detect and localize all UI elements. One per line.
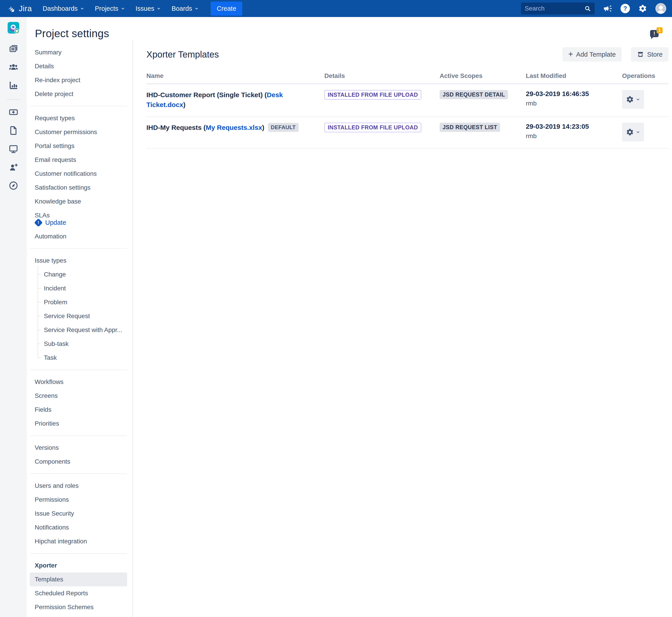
- sidebar-item-components[interactable]: Components: [27, 455, 133, 468]
- sidebar-item-incident[interactable]: Incident: [27, 281, 133, 295]
- gear-icon[interactable]: [638, 4, 647, 13]
- template-name-suffix: ): [183, 101, 186, 109]
- chevron-down-icon: [121, 6, 126, 11]
- settings-section-people: Users and roles Permissions Issue Securi…: [27, 479, 133, 548]
- rail-divider: [7, 99, 20, 100]
- template-name: IHD-My Requests (: [147, 124, 206, 131]
- sidebar-item-screens[interactable]: Screens: [27, 389, 133, 403]
- sidebar-item-scheduled-reports[interactable]: Scheduled Reports: [27, 586, 133, 600]
- sidebar-item-sub-task[interactable]: Sub-task: [27, 337, 133, 351]
- sidebar-item-priorities[interactable]: Priorities: [27, 417, 133, 430]
- customers-icon[interactable]: [8, 62, 19, 72]
- user-avatar[interactable]: [655, 3, 666, 14]
- nav-item-label: Issues: [136, 5, 155, 12]
- brand-text: Jira: [19, 4, 32, 13]
- sidebar-item-change[interactable]: Change: [27, 267, 133, 281]
- operations-menu-button[interactable]: [622, 90, 644, 109]
- queues-icon[interactable]: [8, 43, 19, 54]
- template-scopes-cell: JSD REQUEST DETAIL: [440, 84, 526, 117]
- feedback-icon[interactable]: ! 1: [650, 27, 663, 39]
- sidebar-item-fields[interactable]: Fields: [27, 403, 133, 417]
- jira-mark-icon: [7, 4, 17, 13]
- default-badge: DEFAULT: [268, 123, 299, 132]
- nav-right: ?: [521, 2, 666, 15]
- knowledge-base-icon[interactable]: [8, 126, 19, 136]
- column-header-last-modified: Last Modified: [526, 70, 622, 84]
- chevron-down-icon: [156, 6, 161, 11]
- template-modified-cell: 29-03-2019 14:23:05 rmb: [526, 117, 622, 149]
- sidebar-item-templates[interactable]: Templates: [30, 573, 127, 586]
- sidebar-item-reindex-project[interactable]: Re-index project: [27, 73, 133, 87]
- create-button[interactable]: Create: [211, 2, 242, 16]
- project-avatar[interactable]: [8, 22, 19, 34]
- search-icon: [584, 5, 591, 12]
- sidebar-item-issue-types[interactable]: Issue types: [27, 254, 133, 267]
- sidebar-item-users-and-roles[interactable]: Users and roles: [27, 479, 133, 493]
- nav-item-projects[interactable]: Projects: [95, 5, 126, 12]
- sidebar-item-problem[interactable]: Problem: [27, 295, 133, 309]
- template-file-link[interactable]: My Requests.xlsx: [206, 124, 262, 131]
- customer-portal-icon[interactable]: [8, 144, 19, 154]
- reports-icon[interactable]: [8, 80, 19, 90]
- add-template-button[interactable]: + Add Template: [563, 47, 622, 61]
- sidebar-item-hipchat-integration[interactable]: Hipchat integration: [27, 535, 133, 548]
- chevron-down-icon: [194, 6, 199, 11]
- search-box[interactable]: [521, 2, 595, 15]
- sidebar-item-knowledge-base[interactable]: Knowledge base: [27, 195, 133, 208]
- sidebar-item-service-request[interactable]: Service Request: [27, 309, 133, 323]
- scope-badge: JSD REQUEST DETAIL: [440, 90, 508, 99]
- nav-item-dashboards[interactable]: Dashboards: [42, 5, 84, 12]
- search-input[interactable]: [525, 5, 584, 12]
- jira-logo[interactable]: Jira: [7, 4, 32, 13]
- sidebar-item-delete-project[interactable]: Delete project: [27, 87, 133, 101]
- sidebar-item-portal-settings[interactable]: Portal settings: [27, 139, 133, 153]
- main-header: Xporter Templates + Add Template Store: [147, 47, 668, 61]
- sidebar-item-workflows[interactable]: Workflows: [27, 375, 133, 389]
- settings-section-config: Workflows Screens Fields Priorities: [27, 375, 133, 430]
- operations-menu-button[interactable]: [622, 123, 644, 142]
- nav-item-label: Dashboards: [42, 5, 77, 12]
- template-details-cell: INSTALLED FROM FILE UPLOAD: [324, 84, 440, 117]
- section-divider: [30, 435, 127, 436]
- sidebar-item-notifications[interactable]: Notifications: [27, 521, 133, 535]
- project-avatar-art: [8, 22, 19, 34]
- help-icon[interactable]: ?: [621, 4, 630, 13]
- sidebar-item-service-request-with-approvals[interactable]: Service Request with Appr...: [27, 323, 133, 337]
- sidebar-item-task[interactable]: Task: [27, 351, 133, 365]
- section-divider: [30, 370, 127, 370]
- sidebar-item-summary[interactable]: Summary: [27, 45, 133, 59]
- sidebar-item-email-requests[interactable]: Email requests: [27, 153, 133, 167]
- template-scopes-cell: JSD REQUEST LIST: [440, 117, 526, 149]
- section-divider: [30, 248, 127, 249]
- nav-item-issues[interactable]: Issues: [136, 5, 161, 12]
- sidebar-item-issue-security[interactable]: Issue Security: [27, 506, 133, 521]
- main-title: Xporter Templates: [147, 49, 219, 59]
- add-template-label: Add Template: [576, 51, 616, 58]
- sidebar-item-customer-notifications[interactable]: Customer notifications: [27, 167, 133, 181]
- column-header-operations: Operations: [622, 70, 668, 84]
- sidebar-item-versions[interactable]: Versions: [27, 441, 133, 455]
- update-link[interactable]: Update: [45, 219, 66, 226]
- discover-icon[interactable]: [8, 180, 19, 191]
- sidebar-item-satisfaction-settings[interactable]: Satisfaction settings: [27, 181, 133, 195]
- store-icon: [637, 51, 644, 58]
- sidebar-item-slas[interactable]: SLAs: [27, 208, 133, 220]
- settings-section-xporter: Templates Scheduled Reports Permission S…: [27, 573, 133, 614]
- sidebar-item-automation[interactable]: Automation: [27, 229, 133, 243]
- template-name-cell: IHD-My Requests (My Requests.xlsx)DEFAUL…: [147, 117, 324, 149]
- section-divider: [30, 553, 127, 554]
- sidebar-item-customer-permissions[interactable]: Customer permissions: [27, 125, 133, 139]
- template-operations-cell: [622, 117, 668, 149]
- sidebar-item-details[interactable]: Details: [27, 59, 133, 73]
- announcements-icon[interactable]: [603, 4, 613, 13]
- sidebar-item-permission-schemes[interactable]: Permission Schemes: [27, 600, 133, 614]
- raise-request-icon[interactable]: [8, 107, 19, 117]
- top-nav: Jira Dashboards Projects Issues Boards C…: [0, 0, 672, 17]
- main-content: Xporter Templates + Add Template Store: [133, 40, 672, 617]
- templates-table: Name Details Active Scopes Last Modified…: [147, 70, 668, 149]
- invite-team-icon[interactable]: [8, 162, 19, 172]
- store-button[interactable]: Store: [631, 47, 668, 61]
- nav-item-boards[interactable]: Boards: [172, 5, 199, 12]
- sidebar-item-permissions[interactable]: Permissions: [27, 493, 133, 506]
- sidebar-item-request-types[interactable]: Request types: [27, 111, 133, 125]
